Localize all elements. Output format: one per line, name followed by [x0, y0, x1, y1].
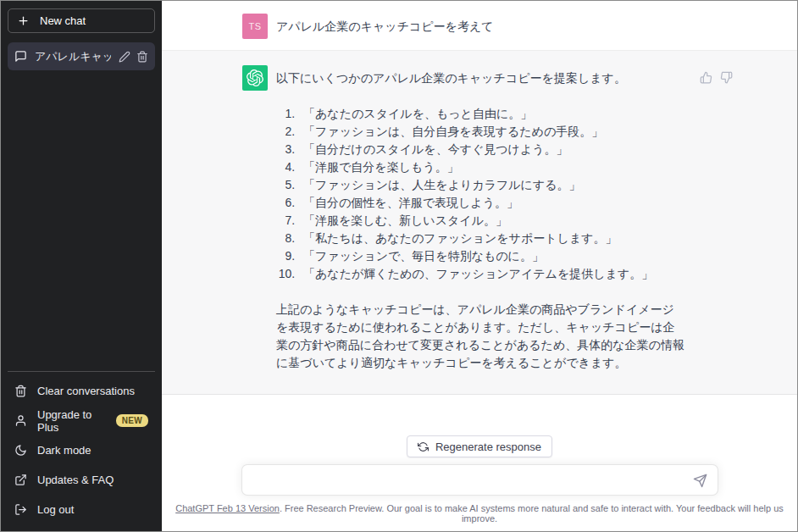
user-avatar: TS	[242, 14, 268, 39]
edit-icon[interactable]	[119, 51, 130, 63]
sidebar-item-label: Updates & FAQ	[37, 474, 114, 486]
footer-version-link[interactable]: ChatGPT Feb 13 Version	[175, 503, 280, 513]
main-area: TS アパレル企業のキャッチコピーを考えて 以下にいくつかのアパレル企業のキャッ…	[162, 1, 797, 531]
delete-icon[interactable]	[136, 51, 148, 63]
sidebar: New chat アパレルキャッチコピ	[1, 1, 162, 531]
sidebar-item-label: Upgrade to Plus	[37, 408, 106, 434]
regenerate-icon	[418, 441, 429, 452]
new-badge: NEW	[116, 414, 148, 427]
openai-logo-icon	[247, 69, 263, 86]
external-link-icon	[14, 474, 27, 486]
assistant-message-content: 以下にいくつかのアパレル企業のキャッチコピーを提案します。 「あなたのスタイルを…	[276, 65, 684, 372]
composer: Regenerate response ChatGPT Feb 13 Versi…	[162, 435, 797, 531]
sidebar-item-dark-mode[interactable]: Dark mode	[8, 435, 155, 465]
assistant-avatar	[242, 65, 268, 91]
list-item: 「あなたのスタイルを、もっと自由に。」	[298, 105, 684, 123]
catchcopy-list: 「あなたのスタイルを、もっと自由に。」 「ファッションは、自分自身を表現するため…	[276, 105, 684, 283]
message-input-container	[241, 464, 718, 496]
conversation-list: アパレルキャッチコピ	[8, 42, 155, 70]
regenerate-label: Regenerate response	[435, 441, 541, 453]
message-input[interactable]	[241, 464, 718, 496]
plus-icon	[17, 14, 30, 27]
sidebar-item-upgrade[interactable]: Upgrade to Plus NEW	[8, 406, 155, 435]
sidebar-bottom-menu: Clear conversations Upgrade to Plus NEW …	[8, 371, 155, 524]
moon-icon	[14, 444, 27, 457]
chat-history: TS アパレル企業のキャッチコピーを考えて 以下にいくつかのアパレル企業のキャッ…	[162, 1, 797, 435]
list-item: 「ファッションは、人生をよりカラフルにする。」	[298, 176, 684, 194]
message-feedback	[700, 65, 733, 372]
sidebar-item-clear-conversations[interactable]: Clear conversations	[8, 376, 155, 406]
assistant-intro: 以下にいくつかのアパレル企業のキャッチコピーを提案します。	[276, 69, 684, 87]
trash-icon	[14, 385, 27, 397]
new-chat-button[interactable]: New chat	[8, 8, 155, 33]
sidebar-item-label: Clear conversations	[37, 385, 135, 397]
sidebar-item-updates-faq[interactable]: Updates & FAQ	[8, 465, 155, 495]
list-item: 「あなたが輝くための、ファッションアイテムを提供します。」	[298, 265, 684, 283]
user-icon	[14, 414, 27, 427]
thumbs-down-icon[interactable]	[720, 71, 733, 372]
assistant-message-row: 以下にいくつかのアパレル企業のキャッチコピーを提案します。 「あなたのスタイルを…	[162, 51, 797, 395]
footer-text: . Free Research Preview. Our goal is to …	[280, 503, 784, 524]
send-icon	[693, 474, 707, 488]
list-item: 「洋服を楽しむ、新しいスタイル。」	[298, 212, 684, 230]
list-item: 「私たちは、あなたのファッションをサポートします。」	[298, 230, 684, 247]
list-item: 「ファッションで、毎日を特別なものに。」	[298, 247, 684, 265]
conversation-title: アパレルキャッチコピ	[35, 49, 111, 64]
list-item: 「自分だけのスタイルを、今すぐ見つけよう。」	[298, 141, 684, 158]
conversation-actions	[119, 51, 148, 63]
conversation-item[interactable]: アパレルキャッチコピ	[8, 42, 155, 70]
list-item: 「ファッションは、自分自身を表現するための手段。」	[298, 123, 684, 141]
sidebar-item-label: Dark mode	[37, 444, 91, 457]
thumbs-up-icon[interactable]	[700, 71, 712, 372]
logout-icon	[14, 503, 27, 516]
user-message-text: アパレル企業のキャッチコピーを考えて	[276, 14, 684, 39]
user-message-row: TS アパレル企業のキャッチコピーを考えて	[162, 1, 797, 51]
sidebar-item-log-out[interactable]: Log out	[8, 495, 155, 524]
chat-bubble-icon	[14, 50, 27, 63]
send-button[interactable]	[691, 472, 709, 490]
list-item: 「洋服で自分を楽しもう。」	[298, 158, 684, 176]
assistant-outro: 上記のようなキャッチコピーは、アパレル企業の商品やブランドイメージを表現するため…	[276, 301, 684, 372]
footer: ChatGPT Feb 13 Version. Free Research Pr…	[162, 503, 797, 524]
user-avatar-initials: TS	[248, 21, 261, 31]
sidebar-item-label: Log out	[37, 503, 74, 516]
new-chat-label: New chat	[40, 14, 86, 27]
chatgpt-app: New chat アパレルキャッチコピ	[0, 0, 798, 532]
list-item: 「自分の個性を、洋服で表現しよう。」	[298, 194, 684, 212]
regenerate-button[interactable]: Regenerate response	[407, 435, 552, 457]
